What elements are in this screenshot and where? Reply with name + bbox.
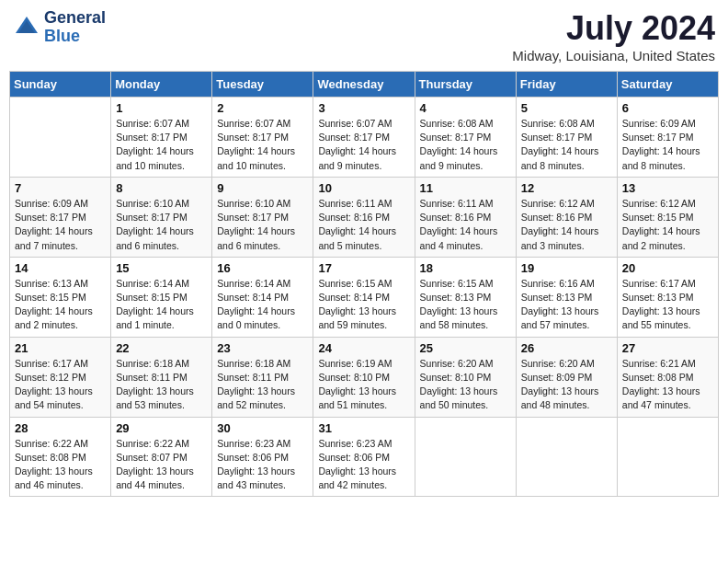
weekday-header-thursday: Thursday	[415, 72, 516, 98]
calendar-cell: 28Sunrise: 6:22 AM Sunset: 8:08 PM Dayli…	[10, 417, 111, 497]
day-number: 19	[521, 261, 612, 275]
day-number: 28	[15, 421, 106, 435]
day-number: 26	[521, 341, 612, 355]
day-info: Sunrise: 6:12 AM Sunset: 8:16 PM Dayligh…	[521, 197, 612, 253]
calendar-cell: 26Sunrise: 6:20 AM Sunset: 8:09 PM Dayli…	[516, 337, 617, 417]
day-number: 1	[116, 101, 207, 115]
calendar-week-row: 1Sunrise: 6:07 AM Sunset: 8:17 PM Daylig…	[10, 98, 719, 178]
calendar-cell: 18Sunrise: 6:15 AM Sunset: 8:13 PM Dayli…	[415, 257, 516, 337]
calendar-cell: 7Sunrise: 6:09 AM Sunset: 8:17 PM Daylig…	[10, 177, 111, 257]
day-info: Sunrise: 6:10 AM Sunset: 8:17 PM Dayligh…	[217, 197, 308, 253]
day-number: 7	[15, 181, 106, 195]
calendar-week-row: 28Sunrise: 6:22 AM Sunset: 8:08 PM Dayli…	[10, 417, 719, 497]
day-number: 12	[521, 181, 612, 195]
calendar-cell: 31Sunrise: 6:23 AM Sunset: 8:06 PM Dayli…	[313, 417, 415, 497]
day-info: Sunrise: 6:18 AM Sunset: 8:11 PM Dayligh…	[217, 357, 308, 413]
day-info: Sunrise: 6:20 AM Sunset: 8:09 PM Dayligh…	[521, 357, 612, 413]
day-info: Sunrise: 6:22 AM Sunset: 8:07 PM Dayligh…	[116, 437, 207, 493]
day-info: Sunrise: 6:17 AM Sunset: 8:13 PM Dayligh…	[622, 277, 713, 333]
day-number: 2	[217, 101, 308, 115]
calendar-cell: 20Sunrise: 6:17 AM Sunset: 8:13 PM Dayli…	[617, 257, 718, 337]
calendar-cell	[415, 417, 516, 497]
weekday-header-saturday: Saturday	[617, 72, 718, 98]
day-number: 6	[622, 101, 713, 115]
day-number: 16	[217, 261, 308, 275]
weekday-header-sunday: Sunday	[10, 72, 111, 98]
day-info: Sunrise: 6:17 AM Sunset: 8:12 PM Dayligh…	[15, 357, 106, 413]
day-number: 23	[217, 341, 308, 355]
calendar-cell: 6Sunrise: 6:09 AM Sunset: 8:17 PM Daylig…	[617, 98, 718, 178]
day-info: Sunrise: 6:22 AM Sunset: 8:08 PM Dayligh…	[15, 437, 106, 493]
day-info: Sunrise: 6:09 AM Sunset: 8:17 PM Dayligh…	[622, 117, 713, 173]
weekday-header-wednesday: Wednesday	[313, 72, 415, 98]
day-number: 3	[318, 101, 409, 115]
calendar-cell: 16Sunrise: 6:14 AM Sunset: 8:14 PM Dayli…	[212, 257, 313, 337]
day-number: 13	[622, 181, 713, 195]
logo-line2: Blue	[44, 28, 106, 46]
calendar-cell: 19Sunrise: 6:16 AM Sunset: 8:13 PM Dayli…	[516, 257, 617, 337]
day-info: Sunrise: 6:08 AM Sunset: 8:17 PM Dayligh…	[521, 117, 612, 173]
day-number: 31	[318, 421, 409, 435]
day-info: Sunrise: 6:16 AM Sunset: 8:13 PM Dayligh…	[521, 277, 612, 333]
day-number: 9	[217, 181, 308, 195]
calendar-week-row: 21Sunrise: 6:17 AM Sunset: 8:12 PM Dayli…	[10, 337, 719, 417]
day-number: 15	[116, 261, 207, 275]
calendar-week-row: 14Sunrise: 6:13 AM Sunset: 8:15 PM Dayli…	[10, 257, 719, 337]
logo: General Blue	[13, 9, 106, 46]
weekday-header-tuesday: Tuesday	[212, 72, 313, 98]
weekday-header-friday: Friday	[516, 72, 617, 98]
calendar-cell: 1Sunrise: 6:07 AM Sunset: 8:17 PM Daylig…	[111, 98, 212, 178]
day-info: Sunrise: 6:23 AM Sunset: 8:06 PM Dayligh…	[217, 437, 308, 493]
calendar-cell: 15Sunrise: 6:14 AM Sunset: 8:15 PM Dayli…	[111, 257, 212, 337]
day-info: Sunrise: 6:14 AM Sunset: 8:15 PM Dayligh…	[116, 277, 207, 333]
calendar-cell	[617, 417, 718, 497]
day-info: Sunrise: 6:10 AM Sunset: 8:17 PM Dayligh…	[116, 197, 207, 253]
day-info: Sunrise: 6:20 AM Sunset: 8:10 PM Dayligh…	[420, 357, 511, 413]
day-info: Sunrise: 6:11 AM Sunset: 8:16 PM Dayligh…	[318, 197, 409, 253]
calendar-cell: 27Sunrise: 6:21 AM Sunset: 8:08 PM Dayli…	[617, 337, 718, 417]
weekday-header-row: SundayMondayTuesdayWednesdayThursdayFrid…	[10, 72, 719, 98]
calendar-cell: 5Sunrise: 6:08 AM Sunset: 8:17 PM Daylig…	[516, 98, 617, 178]
logo-line1: General	[44, 9, 106, 28]
calendar-cell: 10Sunrise: 6:11 AM Sunset: 8:16 PM Dayli…	[313, 177, 415, 257]
header: General Blue July 2024 Midway, Louisiana…	[9, 9, 719, 63]
day-number: 21	[15, 341, 106, 355]
day-info: Sunrise: 6:13 AM Sunset: 8:15 PM Dayligh…	[15, 277, 106, 333]
logo-icon	[13, 14, 40, 41]
logo-text: General Blue	[44, 9, 106, 46]
day-number: 10	[318, 181, 409, 195]
day-number: 29	[116, 421, 207, 435]
calendar-cell: 8Sunrise: 6:10 AM Sunset: 8:17 PM Daylig…	[111, 177, 212, 257]
title-area: July 2024 Midway, Louisiana, United Stat…	[512, 9, 715, 63]
calendar-cell: 24Sunrise: 6:19 AM Sunset: 8:10 PM Dayli…	[313, 337, 415, 417]
calendar-cell: 12Sunrise: 6:12 AM Sunset: 8:16 PM Dayli…	[516, 177, 617, 257]
day-number: 24	[318, 341, 409, 355]
day-info: Sunrise: 6:08 AM Sunset: 8:17 PM Dayligh…	[420, 117, 511, 173]
day-info: Sunrise: 6:21 AM Sunset: 8:08 PM Dayligh…	[622, 357, 713, 413]
calendar-cell: 25Sunrise: 6:20 AM Sunset: 8:10 PM Dayli…	[415, 337, 516, 417]
day-number: 4	[420, 101, 511, 115]
day-info: Sunrise: 6:11 AM Sunset: 8:16 PM Dayligh…	[420, 197, 511, 253]
calendar-cell: 30Sunrise: 6:23 AM Sunset: 8:06 PM Dayli…	[212, 417, 313, 497]
calendar-table: SundayMondayTuesdayWednesdayThursdayFrid…	[9, 71, 719, 497]
calendar-cell	[10, 98, 111, 178]
calendar-cell: 29Sunrise: 6:22 AM Sunset: 8:07 PM Dayli…	[111, 417, 212, 497]
location-title: Midway, Louisiana, United States	[512, 48, 715, 63]
day-info: Sunrise: 6:09 AM Sunset: 8:17 PM Dayligh…	[15, 197, 106, 253]
day-info: Sunrise: 6:07 AM Sunset: 8:17 PM Dayligh…	[318, 117, 409, 173]
day-number: 25	[420, 341, 511, 355]
day-info: Sunrise: 6:07 AM Sunset: 8:17 PM Dayligh…	[116, 117, 207, 173]
weekday-header-monday: Monday	[111, 72, 212, 98]
calendar-cell: 13Sunrise: 6:12 AM Sunset: 8:15 PM Dayli…	[617, 177, 718, 257]
calendar-cell: 2Sunrise: 6:07 AM Sunset: 8:17 PM Daylig…	[212, 98, 313, 178]
day-number: 8	[116, 181, 207, 195]
day-number: 18	[420, 261, 511, 275]
day-info: Sunrise: 6:18 AM Sunset: 8:11 PM Dayligh…	[116, 357, 207, 413]
day-info: Sunrise: 6:07 AM Sunset: 8:17 PM Dayligh…	[217, 117, 308, 173]
day-number: 11	[420, 181, 511, 195]
calendar-cell: 22Sunrise: 6:18 AM Sunset: 8:11 PM Dayli…	[111, 337, 212, 417]
day-info: Sunrise: 6:15 AM Sunset: 8:14 PM Dayligh…	[318, 277, 409, 333]
day-number: 30	[217, 421, 308, 435]
calendar-cell: 23Sunrise: 6:18 AM Sunset: 8:11 PM Dayli…	[212, 337, 313, 417]
day-info: Sunrise: 6:14 AM Sunset: 8:14 PM Dayligh…	[217, 277, 308, 333]
